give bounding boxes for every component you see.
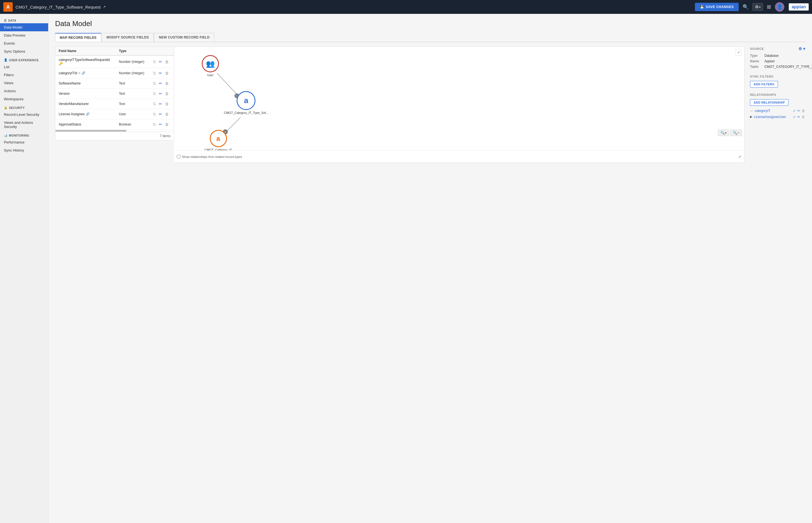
show-relationships-checkbox-label[interactable]: Show relationships from related record t…	[177, 155, 736, 159]
move-icon[interactable]: ⇅	[152, 70, 157, 76]
appian-logo: appian	[789, 3, 809, 11]
sidebar-item-workspaces[interactable]: Workspaces	[0, 95, 48, 103]
sidebar-item-events[interactable]: Events	[0, 39, 48, 47]
graph-expand-button[interactable]: ⤢	[738, 155, 741, 159]
sidebar-item-actions[interactable]: Actions	[0, 87, 48, 95]
tab-bar: MAP RECORD FIELDS MODIFY SOURCE FIELDS N…	[55, 33, 805, 42]
sidebar-item-sync-options[interactable]: Sync Options	[0, 47, 48, 55]
sidebar-item-views-actions-security[interactable]: Views and Actions Security	[0, 119, 48, 131]
table-footer: 7 items	[55, 132, 174, 141]
table-scrollbar[interactable]	[55, 130, 174, 132]
tab-modify-source-fields[interactable]: MODIFY SOURCE FIELDS	[102, 33, 154, 42]
fields-table: Field Name Type categoryITTypeSoftwareRe…	[55, 47, 174, 130]
rel-expand-button-licenseassigneeuser[interactable]: ⤢	[793, 115, 796, 119]
delete-button[interactable]: 🗑	[164, 111, 169, 117]
graph-zoom-out-button[interactable]: 🔍−	[730, 130, 742, 136]
page-title: Data Model	[55, 19, 805, 28]
move-icon[interactable]: ⇅	[152, 122, 157, 127]
app-header: A CMGT_Category_IT_Type_Software_Request…	[0, 0, 812, 14]
row-actions: ⇅ ✏ 🗑	[152, 101, 170, 107]
edit-button[interactable]: ✏	[158, 111, 163, 117]
delete-button[interactable]: 🗑	[164, 91, 169, 96]
delete-button[interactable]: 🗑	[164, 70, 169, 76]
delete-button[interactable]: 🗑	[164, 101, 169, 107]
sidebar-item-sync-history[interactable]: Sync History	[0, 146, 48, 154]
edit-button[interactable]: ✏	[158, 122, 163, 127]
sidebar: ☰ DATA Data Model Data Preview Events Sy…	[0, 14, 49, 523]
edit-button[interactable]: ✏	[158, 59, 163, 65]
graph-fit-button[interactable]: ⤢	[735, 49, 742, 56]
move-icon[interactable]: ⇅	[152, 59, 157, 65]
move-icon[interactable]: ⇅	[152, 91, 157, 96]
field-type-cell: Number (Integer)	[116, 55, 149, 68]
move-icon[interactable]: ⇅	[152, 80, 157, 86]
graph-node-user[interactable]: 👥 User	[202, 55, 219, 77]
edit-button[interactable]: ✏	[158, 70, 163, 76]
search-button[interactable]: 🔍	[741, 3, 750, 11]
delete-button[interactable]: 🗑	[164, 59, 169, 65]
sidebar-item-record-level-security[interactable]: Record-Level Security	[0, 110, 48, 119]
external-link-icon[interactable]: ↗	[103, 5, 106, 9]
source-section: SOURCE ⚙ ▾ Type Database Name Appian Tab…	[750, 47, 805, 69]
rel-delete-button-categoryit[interactable]: 🗑	[801, 109, 805, 113]
edit-button[interactable]: ✏	[158, 101, 163, 107]
rel-directional-icon: ▶	[750, 115, 752, 119]
rel-expand-button-categoryit[interactable]: ⤢	[793, 109, 796, 113]
rel-actions-licenseassigneeuser: ⤢ ✏ 🗑	[793, 115, 805, 119]
move-icon[interactable]: ⇅	[152, 101, 157, 107]
field-name-cell: categoryITTypeSoftwareRequestId 🔑	[55, 55, 116, 68]
sidebar-section-user-experience: 👤 USER EXPERIENCE	[0, 55, 48, 63]
delete-button[interactable]: 🗑	[164, 122, 169, 127]
source-gear-icon[interactable]: ⚙ ▾	[798, 47, 805, 51]
rel-edit-button-licenseassigneeuser[interactable]: ✏	[797, 115, 800, 119]
rel-link-categoryit[interactable]: categoryIT	[755, 109, 791, 113]
sidebar-section-data: ☰ DATA	[0, 16, 48, 23]
row-actions: ⇅ ✏ 🗑	[152, 111, 170, 117]
link-icon: 🔗	[86, 112, 90, 116]
cat-node-icon: a	[216, 134, 220, 142]
cat-node-circle: a	[210, 130, 227, 147]
sidebar-item-data-preview[interactable]: Data Preview	[0, 31, 48, 39]
gear-icon: ⚙	[755, 4, 759, 10]
graph-zoom-in-button[interactable]: 🔍+	[718, 130, 730, 136]
sidebar-item-performance[interactable]: Performance	[0, 138, 48, 146]
sidebar-item-filters[interactable]: Filters	[0, 71, 48, 79]
sidebar-item-list[interactable]: List	[0, 63, 48, 71]
sidebar-item-views[interactable]: Views	[0, 79, 48, 87]
delete-button[interactable]: 🗑	[164, 80, 169, 86]
rel-link-licenseassigneeuser[interactable]: LicenseAssigneeUser	[754, 115, 791, 119]
add-relationship-button[interactable]: ADD RELATIONSHIP	[750, 99, 789, 106]
header-actions: 💾 SAVE CHANGES 🔍 ⚙ ▾ ⊞ 👤 appian	[695, 2, 809, 12]
field-name-cell: VendorManufacturer	[55, 99, 116, 109]
field-type-cell: Text	[116, 99, 149, 109]
graph-node-cat[interactable]: a CMGT_Category_IT	[205, 130, 232, 151]
key-icon: 🔑	[59, 62, 63, 66]
sidebar-item-data-model[interactable]: Data Model	[0, 23, 48, 31]
grid-button[interactable]: ⊞	[765, 3, 773, 11]
move-icon[interactable]: ⇅	[152, 111, 157, 117]
source-type-row: Type Database	[750, 54, 805, 58]
field-name-cell: ApprovalStatus	[55, 120, 116, 130]
col-header-actions	[149, 47, 174, 56]
edit-button[interactable]: ✏	[158, 91, 163, 96]
main-node-label: CMGT_Category_IT_Type_Sof...	[224, 111, 268, 114]
save-changes-button[interactable]: 💾 SAVE CHANGES	[695, 3, 739, 11]
graph-node-main[interactable]: a CMGT_Category_IT_Type_Sof...	[224, 91, 268, 114]
tab-new-custom-record-field[interactable]: NEW CUSTOM RECORD FIELD	[154, 33, 214, 42]
settings-button[interactable]: ⚙ ▾	[753, 3, 763, 11]
rel-actions-categoryit: ⤢ ✏ 🗑	[793, 109, 805, 113]
edit-button[interactable]: ✏	[158, 80, 163, 86]
table-row: categoryITId ❄ 🔗 Number (Integer) ⇅ ✏	[55, 68, 174, 78]
header-title: CMGT_Category_IT_Type_Software_Request ↗	[16, 5, 692, 10]
user-avatar[interactable]: 👤	[775, 2, 784, 12]
rel-edit-button-categoryit[interactable]: ✏	[797, 109, 800, 113]
field-type-cell: Boolean	[116, 120, 149, 130]
content-row: Field Name Type categoryITTypeSoftwareRe…	[55, 47, 805, 163]
main-node-circle: a	[237, 91, 256, 110]
tab-map-record-fields[interactable]: MAP RECORD FIELDS	[55, 33, 101, 42]
show-relationships-checkbox[interactable]	[177, 155, 181, 159]
add-filters-button[interactable]: ADD FILTERS	[750, 81, 778, 88]
table-area: Field Name Type categoryITTypeSoftwareRe…	[55, 47, 174, 163]
rel-delete-button-licenseassigneeuser[interactable]: 🗑	[801, 115, 805, 119]
graph-controls: ⤢	[735, 49, 742, 56]
